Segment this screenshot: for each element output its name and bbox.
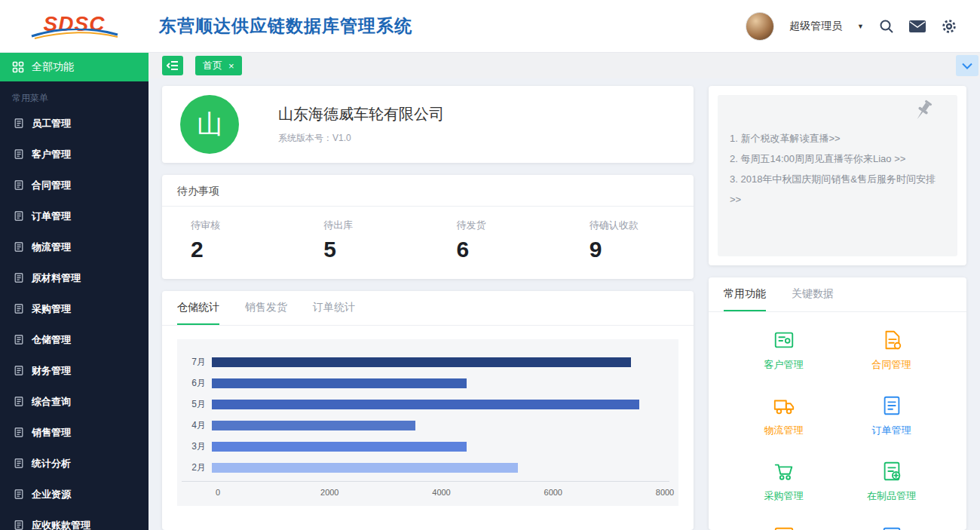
notice-panel: 1. 新个税改革解读直播>> 2. 每周五14:00周周见直播等你来Liao >…: [718, 95, 957, 256]
notice-item[interactable]: 2. 每周五14:00周周见直播等你来Liao >>: [730, 149, 945, 169]
right-column: 1. 新个税改革解读直播>> 2. 每周五14:00周周见直播等你来Liao >…: [709, 86, 966, 530]
sidebar-item[interactable]: 合同管理: [0, 170, 149, 201]
notices-card: 1. 新个税改革解读直播>> 2. 每周五14:00周周见直播等你来Liao >…: [709, 86, 966, 265]
sidebar-item[interactable]: 综合查询: [0, 386, 149, 417]
sidebar-item[interactable]: 统计分析: [0, 448, 149, 479]
notice-item[interactable]: 3. 2018年中秋国庆期间销售&售后服务时间安排>>: [730, 169, 945, 210]
tab-order-stats[interactable]: 订单统计: [313, 291, 355, 325]
sidebar-item-label: 统计分析: [32, 457, 71, 470]
quick-item[interactable]: 在制品管理: [838, 451, 945, 512]
todo-label: 待确认收款: [590, 219, 694, 232]
sidebar-item-label: 财务管理: [32, 364, 71, 378]
sidebar-item-label: 物流管理: [32, 240, 71, 254]
user-role-label[interactable]: 超级管理员: [789, 20, 842, 33]
sidebar-all-functions[interactable]: 全部功能: [0, 53, 149, 81]
todo-item-pending-payment[interactable]: 待确认收款 9: [561, 219, 694, 262]
todo-item-pending-review[interactable]: 待审核 2: [162, 219, 295, 262]
todo-value: 5: [323, 237, 427, 262]
quick-panel-card: 常用功能 关键数据 客户管理合同管理物流管理订单管理采购管理在制品管理销售管理¥…: [709, 277, 966, 530]
chart-xtick: 4000: [432, 488, 450, 497]
sidebar: 全部功能 常用菜单 员工管理客户管理合同管理订单管理物流管理原材料管理采购管理仓…: [0, 53, 149, 530]
quick-item[interactable]: 采购管理: [730, 451, 838, 512]
sidebar-item-label: 原材料管理: [32, 271, 81, 285]
quick-item[interactable]: 物流管理: [730, 385, 838, 446]
tab-home[interactable]: 首页 ×: [195, 56, 242, 75]
collapse-icon: [167, 60, 179, 71]
logo-swoosh-icon: [30, 29, 119, 39]
document-icon: [14, 179, 24, 191]
sidebar-item[interactable]: 财务管理: [0, 355, 149, 386]
sidebar-item-label: 合同管理: [32, 179, 71, 192]
mail-icon[interactable]: [909, 20, 926, 32]
chart-xtick: 8000: [656, 488, 674, 497]
purchase-icon: [773, 460, 795, 486]
todo-value: 9: [590, 237, 694, 262]
sidebar-item[interactable]: 应收账款管理: [0, 510, 149, 530]
quick-item[interactable]: 客户管理: [730, 320, 838, 381]
gear-icon[interactable]: [941, 18, 957, 35]
search-icon[interactable]: [879, 19, 894, 34]
content: 山 山东海德威车轮有限公司 系统版本号：V1.0 待办事项 待审核 2: [149, 78, 980, 530]
company-avatar: 山: [180, 95, 239, 154]
todo-label: 待发货: [457, 219, 561, 232]
chart-category-label: 6月: [182, 377, 212, 390]
document-icon: [14, 489, 24, 500]
sidebar-item[interactable]: 企业资源: [0, 479, 149, 510]
document-icon: [14, 334, 24, 345]
sidebar-item[interactable]: 客户管理: [0, 139, 149, 170]
left-column: 山 山东海德威车轮有限公司 系统版本号：V1.0 待办事项 待审核 2: [162, 86, 694, 530]
collapse-sidebar-button[interactable]: [162, 56, 183, 75]
avatar[interactable]: [746, 12, 774, 41]
system-version: 系统版本号：V1.0: [278, 132, 444, 145]
chart-bar-track: [212, 357, 665, 367]
tab-warehouse-stats[interactable]: 仓储统计: [177, 291, 219, 325]
tab-common-functions[interactable]: 常用功能: [724, 277, 766, 311]
chart-row: 5月: [182, 394, 669, 415]
quick-item[interactable]: 合同管理: [838, 320, 945, 381]
tab-key-data[interactable]: 关键数据: [792, 277, 834, 311]
pushpin-icon: [909, 98, 938, 128]
sidebar-item[interactable]: 销售管理: [0, 417, 149, 448]
quick-item[interactable]: 订单管理: [838, 385, 945, 446]
grid-icon: [12, 61, 24, 73]
sidebar-item[interactable]: 订单管理: [0, 201, 149, 231]
todo-item-pending-shipment[interactable]: 待发货 6: [428, 219, 561, 262]
caret-down-icon[interactable]: ▼: [857, 23, 864, 30]
bar-chart-xaxis: 02000400060008000: [218, 486, 665, 500]
tab-sales-shipment[interactable]: 销售发货: [245, 291, 287, 325]
chart-xtick: 0: [216, 488, 220, 497]
sidebar-item-label: 综合查询: [32, 395, 71, 409]
chart-category-label: 3月: [182, 440, 212, 453]
wip-icon: [880, 460, 903, 486]
sidebar-item[interactable]: 员工管理: [0, 108, 149, 139]
page-title: 东营顺达供应链数据库管理系统: [159, 14, 412, 38]
tab-close-icon[interactable]: ×: [228, 61, 234, 71]
document-icon: [14, 519, 24, 530]
expand-tabs-button[interactable]: [956, 55, 978, 76]
document-icon: [14, 210, 24, 222]
chart-category-label: 2月: [182, 461, 212, 474]
todo-card: 待办事项 待审核 2 待出库 5 待发货 6: [162, 175, 694, 279]
quick-item[interactable]: 销售管理: [730, 516, 838, 530]
chart-bar: [212, 357, 631, 367]
todo-item-pending-outbound[interactable]: 待出库 5: [295, 219, 427, 262]
customer-icon: [773, 329, 795, 354]
sidebar-item-label: 企业资源: [32, 488, 71, 501]
sidebar-item[interactable]: 采购管理: [0, 293, 149, 324]
sidebar-item[interactable]: 原材料管理: [0, 262, 149, 293]
truck-icon: [773, 394, 795, 420]
todo-value: 2: [191, 237, 295, 262]
chart-xtick: 6000: [544, 488, 562, 497]
contract-icon: [880, 329, 903, 354]
sidebar-item[interactable]: 物流管理: [0, 231, 149, 262]
sidebar-item-label: 员工管理: [32, 117, 71, 130]
sidebar-item[interactable]: 仓储管理: [0, 324, 149, 355]
company-info: 山东海德威车轮有限公司 系统版本号：V1.0: [278, 104, 444, 145]
document-icon: [14, 303, 24, 314]
chart-bar: [212, 463, 518, 473]
quick-item[interactable]: ¥财务管理: [838, 516, 945, 530]
chart-category-label: 7月: [182, 356, 212, 369]
chart-bar: [212, 442, 467, 452]
notice-item[interactable]: 1. 新个税改革解读直播>>: [730, 128, 945, 149]
sales-icon: [773, 525, 795, 530]
